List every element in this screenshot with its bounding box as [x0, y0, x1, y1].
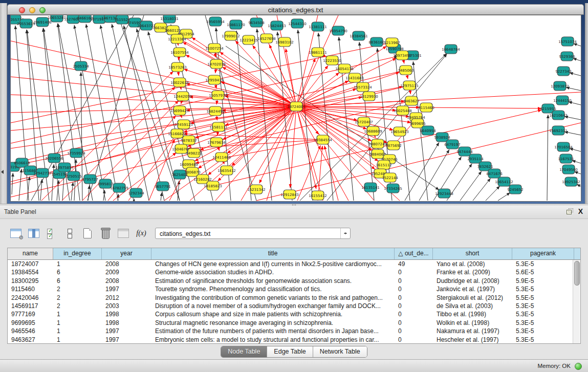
graph-node[interactable]: 1640954 [420, 126, 436, 135]
graph-node[interactable]: 14527698 [257, 34, 276, 43]
graph-node[interactable]: 1615112 [376, 160, 391, 169]
graph-node[interactable]: 9463627 [403, 96, 419, 105]
graph-node[interactable]: 19565954 [206, 17, 225, 26]
scrollbar-thumb[interactable] [574, 261, 580, 286]
graph-node[interactable]: 7522144 [382, 173, 398, 182]
graph-node[interactable]: 16054136 [335, 64, 354, 73]
network-canvas[interactable]: 1872400724055712205536192069140610653287… [10, 15, 581, 202]
graph-node[interactable]: 6479197 [444, 140, 460, 149]
graph-node[interactable]: 11381111 [309, 22, 327, 31]
graph-node[interactable]: 5878337 [181, 136, 197, 145]
network-window-titlebar[interactable]: citations_edges.txt [7, 4, 584, 15]
graph-node[interactable]: 16648784 [442, 45, 460, 54]
graph-node[interactable]: 9634508 [248, 18, 264, 27]
table-row[interactable]: 946362711997Embryonic stem cells: a mode… [8, 336, 580, 344]
table-row[interactable]: 946554611997Estimation of the future num… [8, 327, 580, 335]
graph-node[interactable]: 1213967 [384, 38, 400, 47]
graph-node[interactable]: 17016504 [554, 142, 573, 151]
network-graph[interactable]: 1872400724055712205536192069140610653287… [11, 15, 581, 201]
show-columns-button[interactable] [27, 227, 40, 240]
new-table-button[interactable] [81, 227, 94, 240]
graph-node[interactable]: 15751074 [558, 37, 577, 46]
graph-node[interactable]: 7625402 [171, 170, 187, 179]
graph-node[interactable]: 10688609 [364, 126, 382, 136]
graph-node[interactable]: 19654923 [390, 127, 409, 136]
column-header-short[interactable]: short [433, 248, 512, 259]
graph-node[interactable]: 16954790 [329, 26, 347, 35]
column-header-name[interactable]: name [8, 248, 53, 259]
graph-node[interactable]: 1292344 [128, 188, 144, 198]
row-options-button[interactable] [63, 227, 76, 240]
graph-node[interactable]: 7875692 [385, 141, 401, 150]
graph-node[interactable]: 9115460 [418, 103, 434, 112]
expand-left-panel-arrow-icon[interactable] [1, 170, 4, 174]
left-panel-collapsed-splitter[interactable] [0, 3, 7, 204]
graph-node[interactable]: 18807249 [368, 139, 387, 148]
table-selector-dropdown[interactable]: citations_edges.txt [155, 228, 351, 239]
select-columns-button[interactable] [45, 227, 58, 240]
graph-node[interactable]: 12444150 [553, 96, 572, 105]
graph-node[interactable]: 12544310 [288, 19, 307, 28]
graph-node[interactable]: 15720407 [355, 117, 373, 126]
column-header-title[interactable]: title [151, 248, 395, 259]
table-vertical-scrollbar[interactable] [573, 260, 580, 343]
column-header-in_degree[interactable]: in_degree [53, 248, 102, 259]
graph-node[interactable]: 12411464 [212, 152, 231, 162]
graph-node[interactable]: 9245652 [507, 185, 523, 194]
table-row[interactable]: 969969511998Structural magnetic resonanc… [8, 319, 580, 327]
graph-node[interactable]: 2505334 [73, 61, 89, 71]
graph-node[interactable]: 15573324 [354, 82, 372, 92]
table-settings-button[interactable] [9, 227, 23, 240]
graph-node[interactable]: 15692311 [549, 126, 568, 135]
table-row[interactable]: 1872400712008Changes of HCN gene express… [8, 260, 580, 268]
graph-node[interactable]: 9329366 [559, 52, 575, 61]
graph-node[interactable]: 12442059 [173, 92, 192, 101]
function-builder-button[interactable]: f(x) [135, 227, 148, 240]
graph-node[interactable]: 12923448 [435, 189, 453, 198]
table-row[interactable]: 1938455462009Genome-wide association stu… [8, 268, 580, 276]
tab-network-table[interactable]: Network Table [313, 346, 367, 357]
table-row[interactable]: 2242004622012Investigating the contribut… [8, 294, 580, 302]
table-row[interactable]: 1456911722003Disruption of a novel membe… [8, 302, 580, 310]
graph-node[interactable]: 4498222 [186, 148, 202, 158]
graph-node[interactable]: 15318031 [160, 15, 179, 23]
graph-node[interactable]: 10861170 [227, 20, 245, 29]
column-header-out_de[interactable]: △ out_de... [395, 248, 433, 259]
graph-node[interactable]: 9657791 [155, 182, 170, 191]
tab-edge-table[interactable]: Edge Table [267, 346, 313, 357]
delete-button[interactable] [99, 227, 112, 240]
graph-node[interactable]: 13129930 [360, 92, 378, 101]
graph-node[interactable]: 15057974 [209, 91, 227, 100]
graph-node[interactable]: 7485063 [398, 65, 413, 75]
graph-node[interactable]: 11007254 [205, 43, 224, 53]
table-row[interactable]: 977716911998Corpus callosum shape and si… [8, 310, 580, 318]
column-header-year[interactable]: year [102, 248, 151, 259]
graph-node[interactable]: 16135141 [361, 183, 380, 192]
table-row[interactable]: 911546021997Tourette syndrome. Phenomeno… [8, 285, 580, 293]
graph-node[interactable]: 1795727 [82, 174, 98, 184]
graph-node[interactable]: 16155412 [309, 191, 327, 200]
graph-node[interactable]: 17049560 [559, 165, 578, 174]
graph-node[interactable]: 8836160 [368, 37, 384, 47]
graph-node[interactable]: 8471676 [486, 169, 503, 178]
graph-node[interactable]: 19861111 [309, 48, 327, 57]
tab-node-table[interactable]: Node Table [221, 346, 267, 357]
table-row[interactable]: 1830029562008Estimation of significance … [8, 277, 580, 285]
memory-ok-indicator[interactable] [575, 363, 582, 370]
graph-node[interactable]: 17334265 [384, 184, 402, 193]
graph-node[interactable]: 12223530 [323, 56, 341, 65]
graph-node[interactable]: 9227343 [555, 67, 571, 76]
graph-node[interactable]: 15824453 [268, 21, 286, 30]
graph-node[interactable]: 15699423 [170, 106, 189, 115]
graph-node[interactable]: 10022618 [170, 78, 189, 87]
graph-node[interactable]: 1167531 [558, 154, 574, 163]
graph-node[interactable]: 12093872 [551, 81, 569, 91]
graph-node-label: 8506618 [14, 161, 30, 165]
graph-node[interactable]: 18573263 [168, 62, 187, 72]
graph-node[interactable]: 18384561 [350, 31, 368, 40]
graph-node[interactable]: 12223415 [239, 35, 258, 45]
float-panel-icon[interactable] [567, 208, 573, 214]
close-panel-icon[interactable]: X [578, 208, 583, 215]
column-header-pagerank[interactable]: pagerank [512, 248, 574, 259]
graph-node[interactable]: 1250515 [66, 171, 81, 181]
